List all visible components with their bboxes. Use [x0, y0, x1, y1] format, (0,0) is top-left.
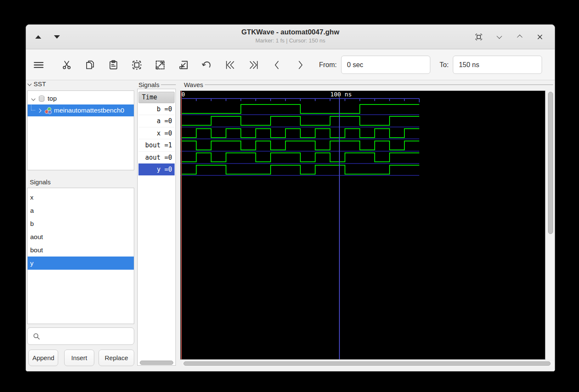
zoom-in-icon[interactable]	[151, 56, 169, 74]
sst-tree: top meinautomattestbench0	[27, 90, 134, 170]
list-item-a[interactable]: a	[28, 204, 134, 217]
roll-up-icon[interactable]	[514, 31, 525, 42]
step-right-icon[interactable]	[291, 56, 310, 74]
signals-hscrollbar[interactable]	[140, 361, 173, 365]
signal-value-row[interactable]: a =0	[138, 115, 175, 127]
titlebar: GTKWave - automat0047.ghw Marker: 1 fs |…	[26, 25, 555, 49]
copy-icon[interactable]	[81, 56, 99, 74]
skip-to-start-icon[interactable]	[221, 56, 240, 74]
collapse-icon	[28, 82, 32, 86]
paste-icon[interactable]	[104, 56, 123, 74]
search-box	[27, 327, 134, 345]
time-header[interactable]: Time	[138, 92, 175, 103]
undo-icon[interactable]	[198, 56, 216, 74]
waves-frame-label: Waves	[184, 81, 553, 88]
module-icon	[38, 95, 45, 102]
sst-signals-label: Signals	[30, 178, 51, 186]
toolbar: From: To:	[26, 50, 555, 80]
signal-value-row[interactable]: y =0	[138, 164, 175, 175]
waves-hscrollbar-thumb[interactable]	[184, 361, 551, 366]
expander-icon[interactable]	[37, 108, 42, 113]
tree-item-label: meinautomattestbench0	[54, 107, 124, 114]
svg-text:0: 0	[181, 91, 185, 98]
skip-to-end-icon[interactable]	[244, 56, 263, 74]
from-input[interactable]	[341, 56, 430, 74]
zoom-fit-icon[interactable]	[127, 56, 146, 74]
svg-text:100 ns: 100 ns	[330, 91, 352, 98]
close-icon[interactable]	[534, 31, 545, 42]
list-item-b[interactable]: b	[28, 217, 134, 230]
signal-value-rows: b =0a =0x =0bout =1aout =0y =0	[138, 103, 175, 175]
gtkwave-window: GTKWave - automat0047.ghw Marker: 1 fs |…	[25, 24, 555, 372]
tree-guide	[31, 104, 35, 110]
append-button[interactable]: Append	[28, 350, 58, 366]
to-label: To:	[440, 61, 449, 69]
testbench-icon	[45, 107, 52, 114]
waves-vscrollbar-thumb[interactable]	[548, 92, 553, 234]
tree-item-label: top	[48, 95, 57, 102]
zoom-out-icon[interactable]	[174, 56, 193, 74]
expander-icon[interactable]	[31, 96, 36, 101]
pane-down-icon[interactable]	[51, 31, 62, 42]
main-content: SST top meinautomattestbench0	[26, 80, 555, 371]
signal-value-row[interactable]: aout =0	[138, 152, 175, 164]
menu-icon[interactable]	[29, 56, 48, 74]
search-icon	[33, 333, 40, 340]
list-item-bout[interactable]: bout	[28, 243, 134, 257]
list-item-y[interactable]: y	[28, 257, 134, 270]
tree-item-top[interactable]: top	[28, 93, 134, 104]
list-item-x[interactable]: x	[28, 191, 134, 204]
reload-icon[interactable]	[550, 56, 555, 74]
signal-name-list: xabaoutbouty	[27, 188, 134, 324]
signal-value-row[interactable]: bout =1	[138, 139, 175, 151]
waves-vscrollbar-track[interactable]	[547, 90, 555, 360]
from-label: From:	[319, 61, 337, 69]
insert-button[interactable]: Insert	[64, 350, 94, 366]
step-left-icon[interactable]	[268, 56, 286, 74]
to-input[interactable]	[453, 56, 542, 74]
search-input[interactable]	[40, 328, 134, 344]
signal-value-row[interactable]: x =0	[138, 127, 175, 139]
list-item-aout[interactable]: aout	[28, 230, 134, 243]
signals-values-panel: Time b =0a =0x =0bout =1aout =0y =0	[137, 89, 176, 366]
sst-frame-label[interactable]: SST	[28, 80, 46, 87]
signals-frame-label: Signals	[138, 81, 176, 88]
replace-button[interactable]: Replace	[99, 350, 134, 366]
fullscreen-toggle-icon[interactable]	[473, 31, 484, 42]
pane-up-icon[interactable]	[33, 31, 44, 42]
waves-hscrollbar-track[interactable]	[182, 361, 555, 367]
cut-icon[interactable]	[57, 56, 76, 74]
roll-down-icon[interactable]	[494, 31, 505, 42]
tree-item-testbench[interactable]: meinautomattestbench0	[28, 104, 134, 116]
signal-value-row[interactable]: b =0	[138, 103, 175, 115]
wave-canvas[interactable]: 0100 ns	[180, 90, 545, 360]
